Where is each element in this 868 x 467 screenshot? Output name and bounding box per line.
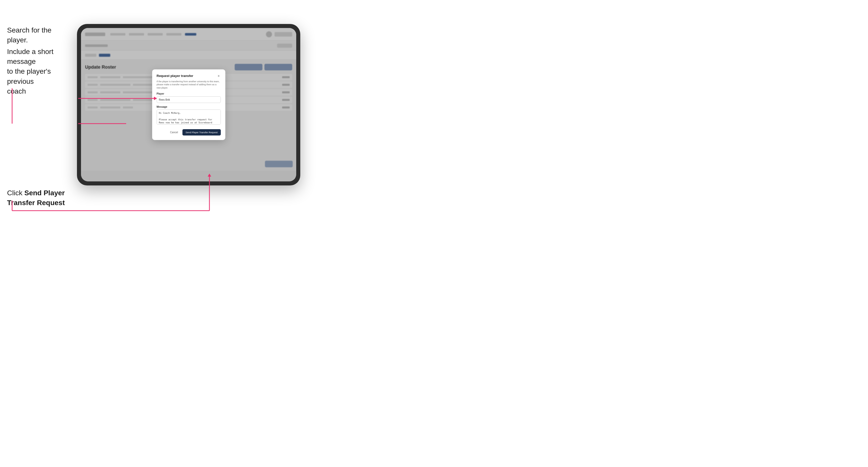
send-transfer-request-button[interactable]: Send Player Transfer Request bbox=[182, 129, 220, 135]
device-frame: Update Roster bbox=[77, 24, 300, 185]
modal-overlay: Request player transfer × If the player … bbox=[81, 28, 296, 181]
annotation-click: Click Send Player Transfer Request bbox=[7, 188, 73, 208]
cancel-button[interactable]: Cancel bbox=[167, 129, 180, 135]
annotation-message: Include a short messageto the player's p… bbox=[7, 47, 73, 96]
player-input[interactable] bbox=[157, 96, 221, 103]
message-field-label: Message bbox=[157, 105, 221, 108]
modal-description: If the player is transferring from anoth… bbox=[157, 80, 221, 90]
modal-dialog: Request player transfer × If the player … bbox=[152, 69, 225, 140]
modal-footer: Cancel Send Player Transfer Request bbox=[157, 129, 221, 135]
player-field-label: Player bbox=[157, 92, 221, 95]
message-textarea[interactable]: Hi Coach McHarg, Please accept this tran… bbox=[157, 110, 221, 125]
modal-title: Request player transfer bbox=[157, 74, 193, 78]
annotation-search: Search for the player. bbox=[7, 25, 73, 45]
close-icon[interactable]: × bbox=[217, 74, 221, 78]
modal-header: Request player transfer × bbox=[157, 74, 221, 78]
device-screen: Update Roster bbox=[81, 28, 296, 181]
